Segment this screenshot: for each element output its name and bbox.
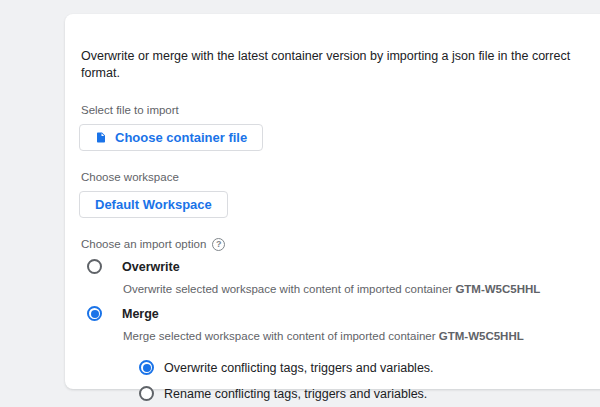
- file-section: Select file to import Choose container f…: [81, 104, 586, 151]
- rename-conflicting-label: Rename conflicting tags, triggers and va…: [164, 387, 427, 401]
- merge-option-radio-row[interactable]: Merge: [87, 304, 586, 324]
- import-container-panel: Overwrite or merge with the latest conta…: [65, 14, 600, 389]
- default-workspace-label: Default Workspace: [95, 197, 212, 212]
- import-intro-text: Overwrite or merge with the latest conta…: [81, 48, 586, 82]
- merge-option-description: Merge selected workspace with content of…: [123, 330, 586, 342]
- container-id: GTM-W5C5HHL: [455, 283, 540, 295]
- rename-conflicting-radio-row[interactable]: Rename conflicting tags, triggers and va…: [139, 384, 586, 404]
- choose-container-file-label: Choose container file: [115, 130, 247, 145]
- overwrite-conflicting-label: Overwrite conflicting tags, triggers and…: [164, 361, 434, 375]
- overwrite-description-text: Overwrite selected workspace with conten…: [123, 283, 455, 295]
- file-document-icon: [95, 130, 107, 145]
- choose-workspace-label: Choose workspace: [81, 171, 586, 183]
- merge-option-label: Merge: [122, 307, 159, 321]
- container-id: GTM-W5C5HHL: [439, 330, 524, 342]
- import-option-section: Choose an import option ? Overwrite Over…: [81, 238, 586, 404]
- default-workspace-button[interactable]: Default Workspace: [79, 191, 228, 218]
- radio-unselected-icon[interactable]: [139, 386, 154, 401]
- radio-selected-icon[interactable]: [87, 306, 102, 321]
- choose-container-file-button[interactable]: Choose container file: [79, 124, 263, 151]
- radio-unselected-icon[interactable]: [87, 259, 102, 274]
- merge-description-text: Merge selected workspace with content of…: [123, 330, 439, 342]
- workspace-section: Choose workspace Default Workspace: [81, 171, 586, 218]
- overwrite-conflicting-radio-row[interactable]: Overwrite conflicting tags, triggers and…: [139, 358, 586, 378]
- overwrite-option-description: Overwrite selected workspace with conten…: [123, 283, 586, 295]
- overwrite-option-label: Overwrite: [122, 260, 180, 274]
- select-file-label: Select file to import: [81, 104, 586, 116]
- help-icon[interactable]: ?: [212, 238, 225, 251]
- overwrite-option-radio-row[interactable]: Overwrite: [87, 257, 586, 277]
- radio-selected-icon[interactable]: [139, 360, 154, 375]
- merge-sub-options: Overwrite conflicting tags, triggers and…: [139, 358, 586, 404]
- import-option-label: Choose an import option: [81, 238, 206, 250]
